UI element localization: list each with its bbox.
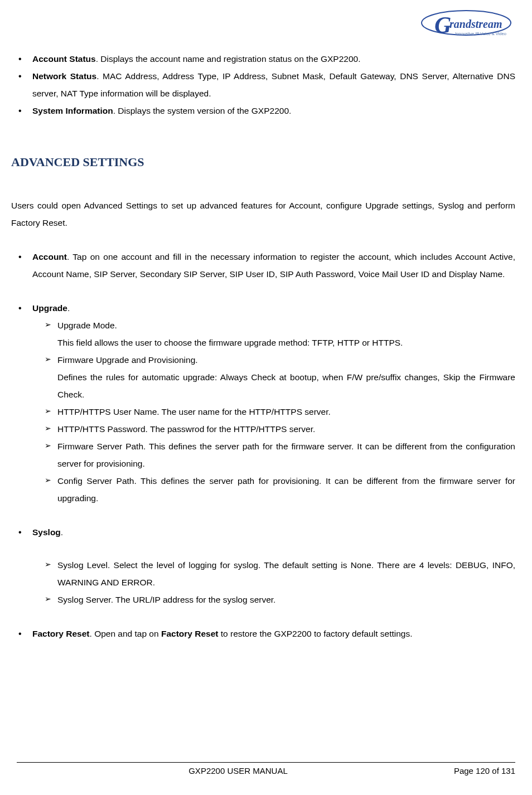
- sub-title: HTTP/HTTS Password. The passwrod for the…: [57, 424, 315, 434]
- section-heading-advanced-settings: ADVANCED SETTINGS: [11, 150, 515, 174]
- item-title: Upgrade: [32, 303, 67, 313]
- sub-item: HTTP/HTTS Password. The passwrod for the…: [45, 420, 515, 438]
- item-title: Factory Reset: [32, 629, 90, 638]
- item-text: .: [67, 303, 70, 313]
- item-bold: Factory Reset: [161, 629, 219, 638]
- item-text: . Open and tap on: [90, 629, 161, 638]
- item-title: Syslog: [32, 527, 61, 537]
- logo-brand: randstream: [449, 18, 502, 30]
- sub-title: Config Server Path. This defines the ser…: [57, 476, 515, 503]
- item-text: . MAC Address, Address Type, IP Address,…: [32, 71, 515, 98]
- sub-item: HTTP/HTTPS User Name. The user name for …: [45, 403, 515, 420]
- item-title: Account: [32, 252, 67, 261]
- item-text: to restore the GXP2200 to factory defaul…: [218, 629, 412, 638]
- sub-title: HTTP/HTTPS User Name. The user name for …: [57, 407, 331, 416]
- logo-letter: G: [434, 12, 451, 38]
- brand-logo: G randstream Innovative IP Voice & Video: [420, 8, 512, 39]
- list-item: System Information. Displays the system …: [21, 102, 515, 119]
- list-item-account: Account. Tap on one account and fill in …: [21, 248, 515, 283]
- sub-item: Firmware Upgrade and Provisioning. Defin…: [45, 351, 515, 403]
- list-item-syslog: Syslog. Syslog Level. Select the level o…: [21, 523, 515, 608]
- item-text: . Tap on one account and fill in the nec…: [32, 252, 515, 279]
- intro-paragraph: Users could open Advanced Settings to se…: [11, 197, 515, 231]
- sub-desc: This field allows the user to choose the…: [57, 338, 403, 347]
- list-item: Network Status. MAC Address, Address Typ…: [21, 67, 515, 102]
- sub-item: Syslog Server. The URL/IP address for th…: [45, 591, 515, 608]
- item-text: .: [61, 527, 63, 537]
- syslog-sublist: Syslog Level. Select the level of loggin…: [32, 556, 515, 608]
- sub-title: Firmware Server Path. This defines the s…: [57, 442, 515, 468]
- settings-list: Account. Tap on one account and fill in …: [11, 248, 515, 642]
- footer-page-number: Page 120 of 131: [404, 766, 515, 775]
- footer-title: GXP2200 USER MANUAL: [17, 766, 404, 775]
- item-text: . Displays the account name and registra…: [96, 54, 361, 64]
- sub-title: Syslog Server. The URL/IP address for th…: [57, 595, 275, 604]
- sub-item: Syslog Level. Select the level of loggin…: [45, 556, 515, 591]
- sub-item: Firmware Server Path. This defines the s…: [45, 438, 515, 472]
- list-item-upgrade: Upgrade. Upgrade Mode. This field allows…: [21, 299, 515, 507]
- logo-tagline: Innovative IP Voice & Video: [455, 31, 506, 36]
- sub-title: Upgrade Mode.: [57, 321, 117, 330]
- page-content: Account Status. Displays the account nam…: [11, 50, 515, 642]
- item-text: . Displays the system version of the GXP…: [113, 106, 292, 115]
- status-list: Account Status. Displays the account nam…: [11, 50, 515, 119]
- list-item-factory-reset: Factory Reset. Open and tap on Factory R…: [21, 625, 515, 642]
- item-title: Account Status: [32, 54, 96, 64]
- upgrade-sublist: Upgrade Mode. This field allows the user…: [32, 317, 515, 507]
- page-footer: GXP2200 USER MANUAL Page 120 of 131: [17, 762, 515, 775]
- list-item: Account Status. Displays the account nam…: [21, 50, 515, 67]
- item-title: System Information: [32, 106, 113, 115]
- sub-desc: Defines the rules for automatic upgrade:…: [57, 372, 515, 399]
- item-title: Network Status: [32, 71, 96, 81]
- sub-title: Syslog Level. Select the level of loggin…: [57, 560, 515, 587]
- sub-title: Firmware Upgrade and Provisioning.: [57, 355, 198, 365]
- sub-item: Config Server Path. This defines the ser…: [45, 472, 515, 507]
- sub-item: Upgrade Mode. This field allows the user…: [45, 317, 515, 351]
